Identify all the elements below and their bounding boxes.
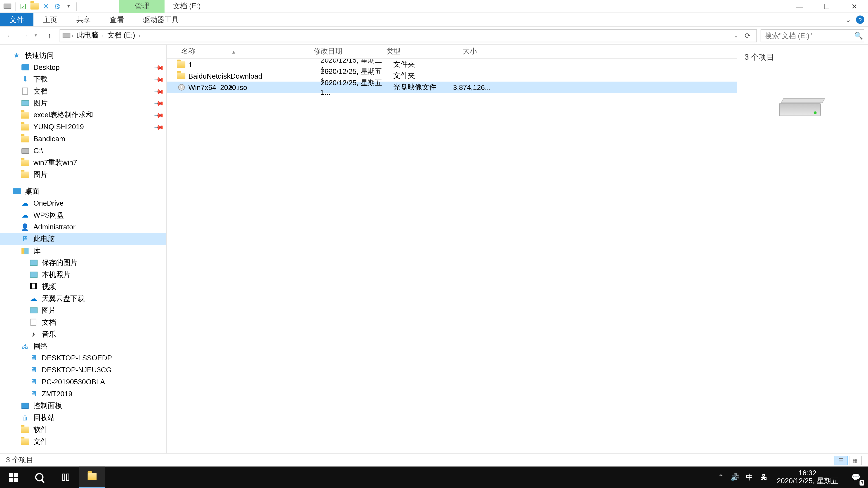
cloud-icon: ☁	[29, 294, 38, 303]
forward-button[interactable]: →	[19, 29, 32, 42]
tree-pc1[interactable]: 🖥DESKTOP-LSSOEDP	[0, 352, 166, 364]
help-icon[interactable]: ?	[856, 15, 864, 24]
nav-tree[interactable]: ★快速访问 Desktop📌 ⬇下载📌 文档📌 图片📌 excel表格制作求和📌…	[0, 45, 167, 453]
tree-excel[interactable]: excel表格制作求和📌	[0, 109, 166, 121]
tree-documents2[interactable]: 文档	[0, 316, 166, 328]
network-icon[interactable]: 🖧	[756, 466, 771, 488]
tab-share[interactable]: 共享	[67, 13, 100, 26]
tree-yunqishi[interactable]: YUNQISHI2019📌	[0, 121, 166, 133]
qat-dropdown-icon[interactable]: ▾	[64, 2, 73, 11]
tree-win7[interactable]: win7重装win7	[0, 157, 166, 169]
tree-control-panel[interactable]: 控制面板	[0, 400, 166, 412]
task-view-button[interactable]	[53, 466, 79, 488]
tree-this-pc[interactable]: 🖥此电脑	[0, 233, 166, 245]
folder-icon	[20, 134, 30, 143]
column-date[interactable]: 修改日期	[309, 46, 381, 57]
tree-bandicam[interactable]: Bandicam	[0, 133, 166, 145]
column-headers: 名称▲ 修改日期 类型 大小	[167, 45, 737, 59]
tree-software[interactable]: 软件	[0, 424, 166, 435]
tree-pc3[interactable]: 🖥PC-20190530OBLA	[0, 376, 166, 388]
tab-home[interactable]: 主页	[33, 13, 67, 26]
windows-icon	[8, 473, 18, 482]
explorer-taskbar-button[interactable]	[79, 466, 105, 488]
tree-admin[interactable]: 👤Administrator	[0, 221, 166, 233]
address-dropdown-icon[interactable]: ⌄	[734, 33, 739, 38]
file-row[interactable]: Win7x64_2020.iso 2020/12/25, 星期五 1... 光盘…	[167, 82, 737, 93]
tree-gdrive[interactable]: G:\	[0, 145, 166, 157]
details-view-button[interactable]: ☰	[835, 455, 848, 465]
chevron-right-icon[interactable]: ›	[137, 33, 142, 38]
start-button[interactable]	[0, 466, 26, 488]
tree-desktop2[interactable]: 桌面	[0, 185, 166, 197]
status-bar: 3 个项目 ☰ ▦	[0, 453, 868, 466]
up-button[interactable]: ↑	[43, 29, 56, 42]
qat-close-icon[interactable]: ✕	[41, 2, 51, 11]
status-text: 3 个项目	[6, 455, 33, 465]
column-type[interactable]: 类型	[381, 46, 441, 57]
tree-library[interactable]: 库	[0, 245, 166, 257]
thumbnails-view-button[interactable]: ▦	[849, 455, 862, 465]
tree-local-photos[interactable]: 本机照片	[0, 269, 166, 281]
tab-drive-tools[interactable]: 驱动器工具	[133, 13, 188, 26]
tab-view[interactable]: 查看	[100, 13, 133, 26]
column-name[interactable]: 名称▲	[177, 46, 309, 57]
tree-recycle[interactable]: 🗑回收站	[0, 412, 166, 424]
file-list: 名称▲ 修改日期 类型 大小 1 2020/12/15, 星期二 1... 文件…	[167, 45, 737, 453]
history-dropdown-icon[interactable]: ▾	[35, 33, 40, 38]
file-row[interactable]: BaiduNetdiskDownload 2020/12/25, 星期五 1..…	[167, 70, 737, 82]
folder-icon	[20, 170, 30, 180]
tree-videos[interactable]: 🎞视频	[0, 281, 166, 293]
chevron-right-icon[interactable]: ›	[70, 33, 74, 38]
file-row[interactable]: 1 2020/12/15, 星期二 1... 文件夹	[167, 59, 737, 70]
tree-pictures3[interactable]: 图片	[0, 304, 166, 317]
music-icon: ♪	[29, 329, 38, 339]
column-size[interactable]: 大小	[441, 46, 489, 57]
refresh-icon[interactable]: ⟳	[741, 31, 754, 39]
qat-folder-icon[interactable]	[30, 2, 39, 11]
context-tab[interactable]: 管理	[119, 0, 164, 13]
tree-downloads[interactable]: ⬇下载📌	[0, 73, 166, 85]
tray-overflow-icon[interactable]: ⌃	[714, 466, 728, 488]
crumb-this-pc[interactable]: 此电脑	[74, 30, 101, 40]
tree-quick-access[interactable]: ★快速访问	[0, 50, 166, 61]
qat-settings-icon[interactable]: ⚙	[53, 2, 62, 11]
file-rows[interactable]: 1 2020/12/15, 星期二 1... 文件夹 BaiduNetdiskD…	[167, 59, 737, 453]
ribbon-expand-icon[interactable]: ⌄	[845, 15, 851, 24]
tab-file[interactable]: 文件	[0, 13, 33, 26]
tree-tianyi[interactable]: ☁天翼云盘下载	[0, 293, 166, 304]
ime-icon[interactable]: 中	[742, 466, 756, 488]
clock[interactable]: 16:32 2020/12/25, 星期五	[771, 469, 844, 485]
search-box[interactable]: 🔍	[761, 29, 864, 42]
tree-onedrive[interactable]: ☁OneDrive	[0, 197, 166, 209]
pc-icon: 🖥	[29, 365, 38, 375]
tree-saved-pics[interactable]: 保存的图片	[0, 257, 166, 269]
disc-icon	[177, 83, 186, 92]
tree-desktop[interactable]: Desktop📌	[0, 61, 166, 73]
desktop-icon	[12, 186, 22, 196]
tree-documents[interactable]: 文档📌	[0, 85, 166, 97]
chevron-right-icon[interactable]: ›	[101, 33, 105, 38]
tree-network[interactable]: 🖧网络	[0, 340, 166, 352]
search-button[interactable]	[26, 466, 53, 488]
tree-wps[interactable]: ☁WPS网盘	[0, 209, 166, 221]
volume-icon[interactable]: 🔊	[728, 466, 742, 488]
tree-pictures[interactable]: 图片📌	[0, 97, 166, 109]
tree-pictures2[interactable]: 图片	[0, 168, 166, 181]
tree-music[interactable]: ♪音乐	[0, 328, 166, 340]
back-button[interactable]: ←	[4, 29, 17, 42]
tree-pc2[interactable]: 🖥DESKTOP-NJEU3CG	[0, 364, 166, 376]
minimize-button[interactable]: —	[786, 0, 813, 13]
crumb-drive-e[interactable]: 文档 (E:)	[105, 30, 137, 40]
search-input[interactable]	[765, 31, 854, 39]
tree-pc4[interactable]: 🖥ZMT2019	[0, 388, 166, 400]
maximize-button[interactable]: ☐	[813, 0, 840, 13]
close-button[interactable]: ✕	[840, 0, 868, 13]
pc-icon: 🖥	[20, 234, 30, 243]
breadcrumb-bar[interactable]: › 此电脑 › 文档 (E:) › ⌄ ⟳	[60, 29, 757, 42]
action-center-button[interactable]: 💬 3	[844, 466, 868, 488]
picture-icon	[20, 98, 30, 108]
folder-icon	[20, 425, 30, 434]
search-icon[interactable]: 🔍	[854, 31, 863, 39]
tree-files[interactable]: 文件	[0, 435, 166, 448]
qat-checkbox-icon[interactable]: ☑	[19, 2, 28, 11]
